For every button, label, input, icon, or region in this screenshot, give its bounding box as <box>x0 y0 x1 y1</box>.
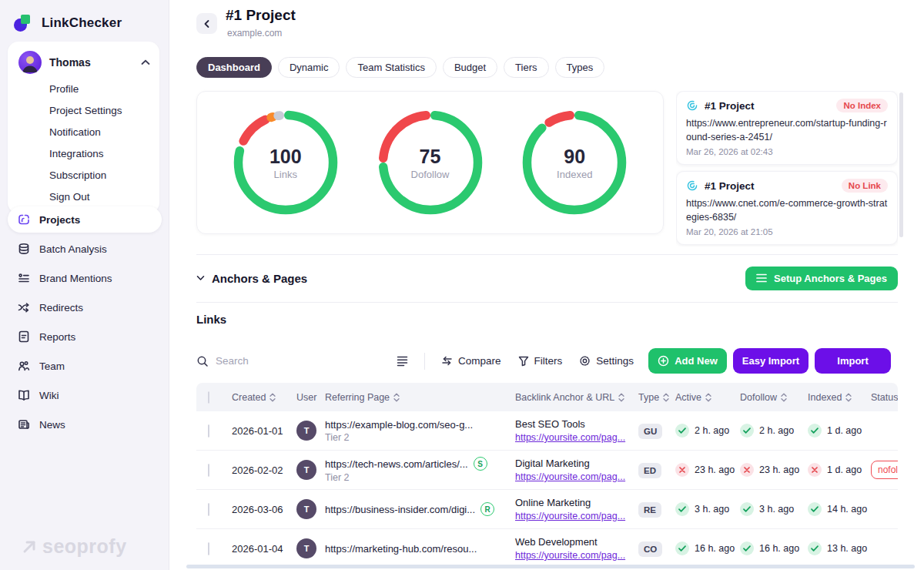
backlink-url[interactable]: https://yoursite.com/pag... <box>515 511 638 521</box>
status-badge: nofollow <box>871 461 898 479</box>
links-donut-chart: 100 Links <box>229 106 342 219</box>
table-row[interactable]: 2026-03-06 T https://business-insider.co… <box>196 490 898 529</box>
sidebar-item-label: Wiki <box>39 390 59 401</box>
table-row[interactable]: 2026-01-01 T https://example-blog.com/se… <box>196 411 898 451</box>
row-density-icon[interactable] <box>397 356 408 367</box>
dofollow-donut-chart: 75 Dofollow <box>374 106 487 219</box>
sort-icon <box>393 393 400 402</box>
indexed-label: Indexed <box>557 169 592 180</box>
divider <box>196 302 898 303</box>
brand-name: LinkChecker <box>42 15 122 31</box>
row-checkbox[interactable] <box>208 424 209 438</box>
sidebar-item-label: Batch Analysis <box>39 243 107 255</box>
chevron-down-icon <box>196 275 205 281</box>
table-row[interactable]: 2026-01-04 T https://marketing-hub.com/r… <box>196 529 898 568</box>
sidebar-item-projects[interactable]: Projects <box>8 206 162 233</box>
sidebar-item-news[interactable]: News <box>8 411 162 438</box>
search-input[interactable] <box>216 355 346 367</box>
cross-icon <box>808 463 822 477</box>
referring-url[interactable]: https://tech-news.com/articles/... <box>325 458 468 470</box>
sidebar-item-wiki[interactable]: Wiki <box>8 382 162 408</box>
user-menu-item-notification[interactable]: Notification <box>49 126 150 138</box>
tab-tiers[interactable]: Tiers <box>504 57 548 78</box>
user-menu-toggle[interactable]: Thomas <box>18 51 150 74</box>
notification-title: #1 Project <box>705 100 830 112</box>
user-menu-item-profile[interactable]: Profile <box>49 83 150 95</box>
check-icon <box>675 424 689 438</box>
user-menu-card: Thomas Profile Project Settings Notifica… <box>8 42 159 213</box>
setup-anchors-pages-button[interactable]: Setup Anchors & Pages <box>745 267 898 290</box>
table-row[interactable]: 2026-02-02 T https://tech-news.com/artic… <box>196 451 898 490</box>
user-menu-item-integrations[interactable]: Integrations <box>49 148 150 159</box>
links-label: Links <box>274 169 297 180</box>
arrow-up-right-icon <box>22 539 37 555</box>
notification-card[interactable]: #1 Project No Index https://www.entrepre… <box>676 91 898 165</box>
row-checkbox[interactable] <box>208 464 209 477</box>
sidebar-item-reports[interactable]: Reports <box>8 324 162 350</box>
backlink-url[interactable]: https://yoursite.com/pag... <box>515 550 638 561</box>
user-menu-item-project-settings[interactable]: Project Settings <box>49 105 150 116</box>
project-swirl-icon <box>686 179 698 192</box>
sidebar-item-batch-analysis[interactable]: Batch Analysis <box>8 236 162 262</box>
check-icon <box>740 502 754 516</box>
divider <box>196 254 898 255</box>
backlink-url[interactable]: https://yoursite.com/pag... <box>515 471 638 482</box>
select-all-checkbox[interactable] <box>208 391 209 404</box>
main-content: #1 Project example.com Dashboard Dynamic… <box>169 0 924 570</box>
check-icon <box>740 542 754 555</box>
user-name: Thomas <box>49 56 133 69</box>
referring-badge: S <box>474 457 487 471</box>
team-icon <box>17 359 31 373</box>
row-checkbox[interactable] <box>208 542 209 555</box>
sidebar-item-label: Brand Mentions <box>39 273 112 284</box>
sidebar-item-label: Team <box>39 360 65 372</box>
user-avatar: T <box>296 538 316 558</box>
filters-button[interactable]: Filters <box>518 355 563 367</box>
referring-url[interactable]: https://example-blog.com/seo-g... <box>325 419 473 431</box>
notifications-scrollbar[interactable] <box>899 92 903 237</box>
user-menu-item-subscription[interactable]: Subscription <box>49 169 150 181</box>
tab-team-statistics[interactable]: Team Statistics <box>346 57 436 78</box>
notification-date: Mar 20, 2026 at 21:05 <box>686 227 888 236</box>
notification-card[interactable]: #1 Project No Link https://www.cnet.com/… <box>676 171 898 245</box>
sidebar-item-brand-mentions[interactable]: Brand Mentions <box>8 265 162 291</box>
notification-url[interactable]: https://www.entrepreneur.com/startup-fun… <box>686 117 888 144</box>
sort-icon <box>705 393 711 402</box>
search-box[interactable] <box>196 355 377 367</box>
referring-url[interactable]: https://business-insider.com/digi... <box>325 504 475 515</box>
tab-dynamic[interactable]: Dynamic <box>278 57 340 78</box>
settings-button[interactable]: Settings <box>579 355 634 367</box>
anchors-pages-section: Anchors & Pages Setup Anchors & Pages <box>196 265 898 291</box>
sidebar-item-team[interactable]: Team <box>8 353 162 379</box>
tab-dashboard[interactable]: Dashboard <box>196 57 272 78</box>
sidebar-item-redirects[interactable]: Redirects <box>8 294 162 320</box>
dofollow-count: 75 <box>420 146 441 168</box>
notification-title: #1 Project <box>705 180 835 192</box>
notification-url[interactable]: https://www.cnet.com/e-commerce-growth-s… <box>686 197 888 224</box>
row-checkbox[interactable] <box>208 503 209 516</box>
referring-url[interactable]: https://marketing-hub.com/resou... <box>325 543 477 555</box>
stats-card: 100 Links 75 Dofollow 90 Indexed <box>196 91 664 234</box>
notifications-panel: #1 Project No Index https://www.entrepre… <box>676 91 898 246</box>
horizontal-scrollbar[interactable] <box>186 565 915 568</box>
tab-budget[interactable]: Budget <box>443 57 497 78</box>
back-button[interactable] <box>196 13 217 34</box>
compare-button[interactable]: Compare <box>441 355 501 367</box>
indexed-count: 90 <box>564 146 585 168</box>
sort-icon <box>270 393 276 402</box>
filter-icon <box>518 356 529 367</box>
import-button[interactable]: Import <box>815 348 891 374</box>
add-new-button[interactable]: Add New <box>648 348 727 374</box>
sidebar: LinkChecker Thomas Profile Project Setti… <box>0 0 169 570</box>
tab-types[interactable]: Types <box>555 57 605 78</box>
sidebar-item-label: News <box>39 419 65 431</box>
avatar <box>18 51 42 74</box>
anchors-pages-toggle[interactable]: Anchors & Pages <box>196 272 307 285</box>
easy-import-button[interactable]: Easy Import <box>733 348 808 374</box>
seoprofy-watermark: seoprofy <box>22 535 127 558</box>
backlink-url[interactable]: https://yoursite.com/pag... <box>515 432 638 443</box>
sort-icon <box>845 393 852 402</box>
user-menu-item-sign-out[interactable]: Sign Out <box>49 191 150 203</box>
sort-icon <box>663 393 669 402</box>
referring-badge: R <box>480 502 494 516</box>
